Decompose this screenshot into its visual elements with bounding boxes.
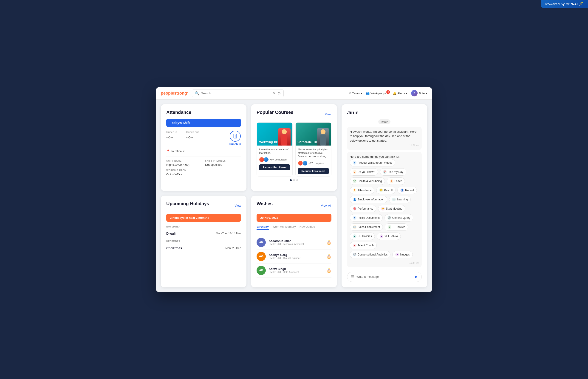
holiday-name-1-0: Christmas bbox=[166, 246, 182, 250]
wishes-people-list: AK Aadarsh Kumar DM001234 | Technical Ar… bbox=[257, 236, 331, 278]
chat-input[interactable] bbox=[357, 275, 412, 278]
enroll-btn-1[interactable]: Request Enrollment bbox=[298, 168, 329, 174]
quick-action-18[interactable]: ●Talent Coach bbox=[350, 242, 377, 249]
quick-action-19[interactable]: 💬Conversational Analytics bbox=[350, 251, 391, 258]
qa-icon-18: ● bbox=[353, 244, 357, 247]
quick-action-5[interactable]: 🗓Attendance bbox=[350, 187, 375, 194]
banner-text: Powered by GEN-AI bbox=[545, 2, 578, 6]
dot-0[interactable] bbox=[290, 179, 292, 181]
quick-action-9[interactable]: 📖Learning bbox=[389, 196, 411, 203]
mini-avatar-2 bbox=[264, 157, 269, 162]
banner-icon: 🪄 bbox=[579, 2, 583, 6]
nav-right: ☑ Tasks ▾ 2 👥 Workgroups ▾ 🔔 Alerts ▾ J … bbox=[348, 90, 427, 96]
user-nav-item[interactable]: J Jinie ▾ bbox=[411, 90, 427, 96]
svg-point-3 bbox=[282, 129, 287, 134]
quick-action-2[interactable]: 📅Plan my Day bbox=[380, 168, 406, 176]
location-row[interactable]: 📍 In office ▾ bbox=[166, 149, 241, 153]
navbar: peoplestrong+ 🔍 ✕ ⚙ ☑ Tasks ▾ 2 👥 Workgr… bbox=[156, 87, 432, 100]
filter-icon[interactable]: ⚙ bbox=[278, 91, 281, 95]
workgroups-nav-item[interactable]: 2 👥 Workgroups ▾ bbox=[366, 92, 389, 95]
courses-grid: Marketing 101 Learn the fundamentals of … bbox=[257, 122, 331, 176]
qa-icon-2: 📅 bbox=[383, 170, 387, 174]
punch-button[interactable]: Punch in bbox=[229, 131, 241, 146]
clear-icon[interactable]: ✕ bbox=[273, 91, 276, 95]
working-from-value: Out of office bbox=[166, 173, 202, 176]
search-bar[interactable]: 🔍 ✕ ⚙ bbox=[192, 90, 284, 97]
prompt-time: 11:24 am bbox=[350, 261, 419, 265]
holidays-view-link[interactable]: View bbox=[234, 204, 241, 207]
search-input[interactable] bbox=[201, 92, 271, 95]
prompt-bubble: Here are some things you can ask for: ▶P… bbox=[347, 152, 422, 267]
quick-action-7[interactable]: 👤Recruit bbox=[397, 187, 417, 194]
holiday-banner: 3 holidays in next 2 months bbox=[166, 214, 241, 222]
holiday-item-1-0: ChristmasMon, 25 Dec bbox=[166, 244, 241, 252]
qa-label-10: Performance bbox=[358, 207, 374, 210]
avatar: J bbox=[411, 90, 418, 96]
wish-detail-1: DM001234 | Cloud Engineer bbox=[268, 257, 300, 259]
menu-icon: ☰ bbox=[351, 275, 354, 279]
punch-out-col: Punch out --:-- bbox=[186, 131, 199, 140]
quick-action-4[interactable]: ✈Leave bbox=[387, 177, 405, 185]
prompt-text: Here are some things you can ask for: bbox=[350, 155, 400, 158]
logo-text: peoplestrong+ bbox=[161, 91, 188, 95]
quick-action-16[interactable]: ●HR Policies bbox=[350, 233, 375, 240]
quick-action-8[interactable]: 👤Employee Information bbox=[350, 196, 388, 203]
working-from-label: WORKING FROM bbox=[166, 169, 202, 172]
tasks-label: Tasks bbox=[352, 92, 360, 95]
mini-avatar-1 bbox=[259, 157, 264, 162]
greeting-time: 11:24 am bbox=[350, 144, 419, 147]
location-chevron: ▾ bbox=[183, 149, 185, 153]
qa-label-3: Health & Well-being bbox=[358, 179, 382, 183]
wish-name-0: Aadarsh Kumar bbox=[268, 239, 304, 243]
alerts-label: Alerts bbox=[397, 92, 405, 95]
quick-action-12[interactable]: ●Policy Documents bbox=[350, 214, 383, 221]
quick-action-17[interactable]: ●YEE 23-24 bbox=[377, 233, 401, 240]
greeting-bubble: Hi Ayushi Mehta, I'm your personal assis… bbox=[347, 127, 422, 150]
course-dots bbox=[257, 179, 331, 181]
wish-detail-0: DM001234 | Technical Architect bbox=[268, 243, 304, 245]
qa-icon-19: 💬 bbox=[353, 253, 357, 256]
send-button[interactable]: ➤ bbox=[414, 274, 418, 279]
wish-name-2: Aarav Singh bbox=[268, 267, 299, 271]
qa-icon-11: 🤝 bbox=[381, 207, 385, 210]
dashboard: Attendance Today's Shift Punch in --:-- … bbox=[156, 100, 432, 292]
course-status-1: completed bbox=[314, 162, 326, 165]
wish-tab-2[interactable]: New Joinee bbox=[299, 225, 315, 230]
wish-tab-0[interactable]: Birthday bbox=[257, 225, 269, 230]
logo: peoplestrong+ bbox=[161, 91, 188, 96]
quick-action-3[interactable]: 🛡Health & Well-being bbox=[350, 177, 385, 185]
dot-2[interactable] bbox=[296, 179, 298, 181]
tasks-nav-item[interactable]: ☑ Tasks ▾ bbox=[348, 92, 362, 95]
qa-icon-14: 🔄 bbox=[353, 225, 357, 229]
alerts-nav-item[interactable]: 🔔 Alerts ▾ bbox=[393, 92, 408, 95]
shift-name-value: Night(19:00-4:00) bbox=[166, 163, 202, 166]
quick-action-1[interactable]: ?Do you know? bbox=[350, 168, 378, 176]
qa-icon-5: 🗓 bbox=[353, 189, 357, 192]
dot-1[interactable] bbox=[293, 179, 295, 181]
wish-tab-1[interactable]: Work Anniversary bbox=[272, 225, 296, 230]
shift-premises-item: SHIFT PREMISES Not specified bbox=[205, 159, 241, 166]
quick-action-15[interactable]: ●IT Policies bbox=[385, 223, 408, 231]
course-title-0: Marketing 101 bbox=[259, 140, 279, 144]
enroll-btn-0[interactable]: Request Enrollment bbox=[259, 164, 290, 170]
quick-action-6[interactable]: 💳Payroll bbox=[376, 187, 395, 194]
quick-action-20[interactable]: ●Nudges bbox=[392, 251, 412, 258]
cake-icon-2: 🎂 bbox=[327, 268, 331, 273]
quick-action-10[interactable]: 🎯Performance bbox=[350, 205, 376, 212]
quick-action-11[interactable]: 🤝Start Meeting bbox=[378, 205, 405, 212]
courses-view-link[interactable]: View bbox=[325, 112, 331, 116]
holidays-header: Upcoming Holidays View bbox=[166, 201, 241, 210]
quick-actions: ▶Product Walkthrough Videos?Do you know?… bbox=[350, 159, 419, 258]
qa-icon-17: ● bbox=[380, 234, 383, 238]
jinie-title: Jinie bbox=[347, 110, 422, 116]
quick-action-0[interactable]: ▶Product Walkthrough Videos bbox=[350, 159, 395, 166]
wishes-tabs: BirthdayWork AnniversaryNew Joinee bbox=[257, 225, 331, 232]
user-chevron: ▾ bbox=[426, 92, 427, 95]
workgroups-label: Workgroups bbox=[371, 92, 387, 95]
wishes-view-all-link[interactable]: View All bbox=[321, 204, 331, 207]
quick-action-14[interactable]: 🔄Sales Enablement bbox=[350, 223, 383, 231]
quick-action-13[interactable]: 💬General Query bbox=[385, 214, 413, 221]
course-count-1: +97 bbox=[309, 162, 313, 165]
course-avatars-1: +97 completed bbox=[298, 161, 329, 166]
browser-window: peoplestrong+ 🔍 ✕ ⚙ ☑ Tasks ▾ 2 👥 Workgr… bbox=[156, 87, 432, 292]
